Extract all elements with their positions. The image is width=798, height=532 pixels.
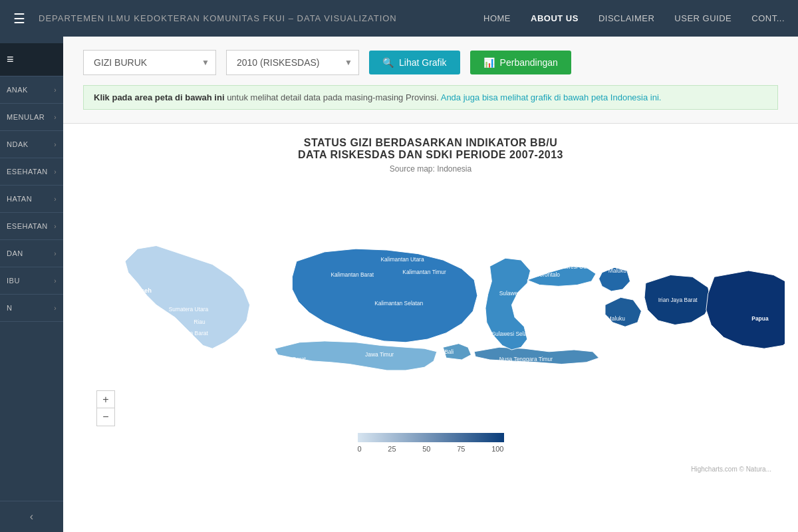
year-select[interactable]: 2010 (RISKESDAS) 2007 (RISKESDAS) 2013 (…: [226, 50, 359, 75]
sidebar-item-esehatan1[interactable]: ESEHATAN ›: [0, 158, 63, 186]
legend-75: 75: [457, 445, 465, 453]
legend-25: 25: [388, 445, 396, 453]
sidebar-item-dan[interactable]: DAN ›: [0, 240, 63, 267]
search-icon: 🔍: [382, 57, 394, 68]
hamburger-icon[interactable]: ☰: [13, 11, 25, 27]
chart-icon: 📊: [483, 57, 495, 68]
indicator-select-wrapper: GIZI BURUK GIZI KURANG GIZI BAIK GIZI LE…: [83, 50, 216, 75]
chevron-icon: ›: [54, 114, 57, 121]
info-box: Klik pada area peta di bawah ini untuk m…: [83, 85, 778, 110]
sidebar-toggle[interactable]: ‹: [0, 501, 63, 532]
sidebar-item-esehatan2[interactable]: ESEHATAN ›: [0, 213, 63, 240]
papua-region[interactable]: [706, 271, 785, 348]
sumsel-label: Sumatera Selatan: [219, 344, 264, 351]
map-title-line1: STATUS GIZI BERDASARKAN INDIKATOR BB/U: [76, 137, 785, 149]
gorontalo-label: Gorontalo: [535, 271, 560, 278]
kalut-label: Kalimantan Utara: [381, 256, 424, 263]
map-title: STATUS GIZI BERDASARKAN INDIKATOR BB/U D…: [76, 137, 785, 161]
kalsel-label: Kalimantan Selatan: [374, 300, 423, 307]
perbandingan-button[interactable]: 📊 Perbandingan: [470, 51, 571, 74]
kalbar-label: Kalimantan Barat: [331, 271, 374, 278]
sulsel-label: Sulawesi Selatan: [491, 331, 535, 337]
highcharts-attribution: Highcharts.com © Natura...: [691, 466, 771, 473]
info-text: untuk melihat detail data pada masing-ma…: [227, 92, 441, 102]
maluku-label: Maluku: [607, 315, 625, 322]
babel-label: Bangka-Belitung: [234, 336, 275, 342]
nav-contact[interactable]: CONT...: [751, 13, 785, 23]
main-layout: ≡ ANAK › MENULAR › NDAK › ESEHATAN › HAT…: [0, 37, 798, 532]
content-area: GIZI BURUK GIZI KURANG GIZI BAIK GIZI LE…: [63, 37, 798, 532]
sidebar-item-anak[interactable]: ANAK ›: [0, 76, 63, 104]
map-title-line2: DATA RISKESDAS DAN SDKI PERIODE 2007-201…: [76, 149, 785, 161]
lampung-label: Lampung: [221, 352, 245, 359]
indicator-select[interactable]: GIZI BURUK GIZI KURANG GIZI BAIK GIZI LE…: [83, 50, 216, 75]
legend-min: 0: [358, 445, 362, 453]
legend-50: 50: [422, 445, 430, 453]
map-legend: 0 25 50 75 100: [358, 433, 504, 453]
chevron-icon: ›: [54, 277, 57, 285]
chevron-icon: ›: [54, 305, 57, 312]
nav-userguide[interactable]: USER GUIDE: [674, 13, 732, 23]
chevron-icon: ›: [54, 196, 57, 203]
sidebar-item-menular[interactable]: MENULAR ›: [0, 104, 63, 131]
maluku-region[interactable]: [605, 297, 641, 327]
chevron-icon: ›: [54, 168, 57, 176]
controls-row: GIZI BURUK GIZI KURANG GIZI BAIK GIZI LE…: [83, 50, 778, 75]
sidebar-item-ndak[interactable]: NDAK ›: [0, 131, 63, 158]
kalimantan-region[interactable]: [292, 249, 477, 342]
ntt-label: Nusa Tenggara Timur: [499, 356, 553, 362]
riau-label: Riau: [194, 319, 205, 325]
nav-home[interactable]: HOME: [483, 13, 511, 23]
sumut-label: Sumatera Utara: [169, 306, 209, 313]
bali-label: Bali: [444, 348, 454, 355]
sulteng-label: Sulawesi Tengah: [499, 290, 542, 297]
sidebar-item-menu[interactable]: ≡: [0, 43, 63, 76]
sidebar-item-ibu[interactable]: IBU ›: [0, 267, 63, 295]
zoom-out-button[interactable]: −: [97, 408, 114, 426]
map-area: STATUS GIZI BERDASARKAN INDIKATOR BB/U D…: [63, 124, 798, 532]
chevron-icon: ›: [54, 86, 57, 94]
kaltim-label: Kalimantan Timur: [402, 269, 446, 275]
info-bold-text: Klik pada area peta di bawah ini: [94, 92, 225, 102]
controls-panel: GIZI BURUK GIZI KURANG GIZI BAIK GIZI LE…: [63, 37, 798, 124]
navbar: ☰ DEPARTEMEN ILMU KEDOKTERAN KOMUNITAS F…: [0, 0, 798, 37]
chevron-icon: ›: [54, 250, 57, 257]
navbar-title: DEPARTEMEN ILMU KEDOKTERAN KOMUNITAS FKU…: [39, 13, 483, 23]
jabar-label: Jawa Barat: [278, 356, 307, 362]
legend-labels: 0 25 50 75 100: [358, 445, 504, 453]
papua-label: Papua: [751, 315, 769, 322]
year-select-wrapper: 2010 (RISKESDAS) 2007 (RISKESDAS) 2013 (…: [226, 50, 359, 75]
malut-label: Maluku Utara: [608, 267, 642, 274]
zoom-controls: + −: [96, 390, 115, 426]
sidebar-item-n[interactable]: N ›: [0, 295, 63, 322]
kepriau-label: Kepulauan Riau: [250, 284, 290, 291]
sulut-label: Sulawesi Utara: [555, 263, 593, 270]
aceh-label: Aceh: [136, 287, 152, 294]
jatim-label: Jawa Timur: [365, 351, 394, 358]
chevron-icon: ›: [54, 141, 57, 148]
info-link[interactable]: Anda juga bisa melihat grafik di bawah p…: [441, 92, 662, 102]
zoom-in-button[interactable]: +: [97, 391, 114, 408]
sumbar-label: Sumatera Barat: [169, 330, 209, 336]
legend-max: 100: [491, 445, 503, 453]
papuabarat-label: Irian Jaya Barat: [658, 297, 698, 303]
sidebar: ≡ ANAK › MENULAR › NDAK › ESEHATAN › HAT…: [0, 37, 63, 532]
chevron-icon: ›: [54, 223, 57, 230]
map-container[interactable]: Aceh Sumatera Utara Riau Kepulauan Riau …: [76, 180, 785, 479]
nav-about[interactable]: ABOUT US: [531, 13, 579, 23]
sidebar-item-hatan[interactable]: HATAN ›: [0, 186, 63, 213]
navbar-links: HOME ABOUT US DISCLAIMER USER GUIDE CONT…: [483, 13, 785, 23]
lihat-grafik-button[interactable]: 🔍 Lihat Grafik: [369, 51, 460, 74]
map-source: Source map: Indonesia: [76, 164, 785, 174]
legend-color-bar: [358, 433, 504, 442]
nav-disclaimer[interactable]: DISCLAIMER: [598, 13, 654, 23]
